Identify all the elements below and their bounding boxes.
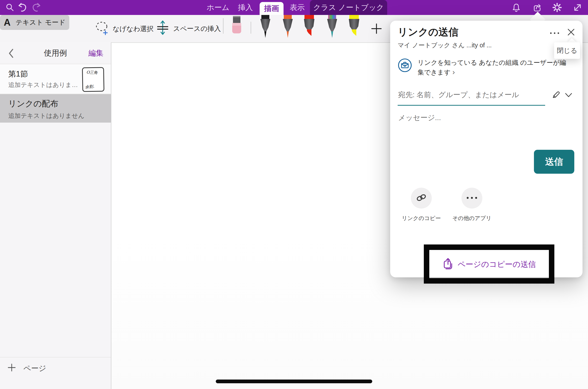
add-page-section: ページ <box>0 357 111 357</box>
plus-icon <box>7 363 16 374</box>
chevron-right-icon: › <box>452 68 455 76</box>
share-icon[interactable] <box>532 2 542 12</box>
lasso-select-button[interactable]: なげなわ選択 <box>95 20 154 37</box>
yellow-highlighter-tool[interactable] <box>347 15 361 40</box>
close-icon[interactable] <box>565 26 577 38</box>
expand-icon[interactable] <box>573 2 583 12</box>
tab-insert[interactable]: 挿入 <box>237 0 254 15</box>
more-apps-button[interactable] <box>461 188 482 209</box>
text-mode-label: テキスト モード <box>16 18 66 27</box>
add-page-button[interactable]: ページ <box>7 363 46 374</box>
permission-text: リンクを知っている あなたの組織 のユーザーが編集できます <box>418 59 566 76</box>
orange-pen-tool[interactable] <box>281 15 295 40</box>
gear-icon[interactable] <box>552 2 562 12</box>
more-options-button[interactable] <box>547 28 562 38</box>
link-icon <box>415 192 427 204</box>
to-recipients-input[interactable] <box>398 90 538 99</box>
message-input[interactable] <box>398 113 548 122</box>
insert-space-icon <box>156 20 170 37</box>
insert-space-label: スペースの挿入 <box>173 24 221 33</box>
copy-link-label: リンクのコピー <box>399 215 444 222</box>
add-page-label: ページ <box>23 363 46 374</box>
page-item-title: 第1節 <box>8 69 28 79</box>
more-apps-label: その他のアプリ <box>449 215 494 222</box>
chevron-down-icon[interactable] <box>565 92 573 99</box>
toolbar-divider <box>223 18 223 34</box>
permission-row[interactable]: リンクを知っている あなたの組織 のユーザーが編集できます › <box>398 58 572 77</box>
insert-space-button[interactable]: スペースの挿入 <box>156 20 221 37</box>
edit-button[interactable]: 編集 <box>88 42 103 64</box>
tab-draw[interactable]: 描画 <box>260 2 284 15</box>
page-item-link-distribution[interactable]: リンクの配布 追加テキストはありません <box>0 94 111 123</box>
copy-link-button[interactable] <box>411 188 432 209</box>
send-page-copy-button[interactable]: ページのコピーの送信 <box>429 255 549 274</box>
thumbnail-handwriting: 余割. <box>85 84 95 90</box>
home-indicator[interactable] <box>216 380 372 383</box>
send-button[interactable]: 送信 <box>534 150 574 174</box>
text-mode-a-glyph: A <box>4 17 10 28</box>
tab-view[interactable]: 表示 <box>289 0 306 15</box>
send-page-copy-label: ページのコピーの送信 <box>458 259 536 270</box>
pencil-icon[interactable] <box>551 89 561 100</box>
sidebar-header: 使用例 編集 <box>0 42 111 64</box>
page-item-subtitle: 追加テキストはありま… <box>8 81 78 89</box>
to-field-underline <box>398 105 545 106</box>
share-page-icon <box>442 257 454 271</box>
black-pen-tool[interactable] <box>258 15 273 40</box>
page-item-subtitle: 追加テキストはありません <box>8 112 84 120</box>
page-thumbnail: O三角 余割. <box>82 67 104 92</box>
eraser-tool[interactable] <box>231 16 242 35</box>
page-list-sidebar: 使用例 編集 第1節 追加テキストはありま… O三角 余割. リンクの配布 追加… <box>0 42 111 389</box>
dialog-subtitle: マイ ノートブック さん ...ity of ... <box>398 41 492 49</box>
tab-home[interactable]: ホーム <box>204 0 232 15</box>
search-icon[interactable] <box>5 2 15 12</box>
text-mode-button[interactable]: A テキスト モード <box>0 15 69 30</box>
redo-icon[interactable] <box>31 2 41 12</box>
add-pen-button[interactable] <box>371 23 382 35</box>
tab-class-notebook[interactable]: クラス ノートブック <box>310 0 387 15</box>
lasso-icon <box>95 20 109 37</box>
thumbnail-handwriting: O三角 <box>86 70 98 76</box>
send-link-dialog: リンクの送信 マイ ノートブック さん ...ity of ... リンクを知っ… <box>390 21 583 277</box>
undo-icon[interactable] <box>17 2 27 12</box>
app-top-bar: ホーム 挿入 描画 表示 クラス ノートブック <box>0 0 588 15</box>
galaxy-pen-tool[interactable] <box>325 15 339 40</box>
close-tooltip: 閉じる <box>554 42 580 59</box>
bell-icon[interactable] <box>511 2 521 12</box>
page-item-title: リンクの配布 <box>8 98 58 109</box>
onenote-app: ホーム 挿入 描画 表示 クラス ノートブック A テキスト モード なげなわ選… <box>0 0 588 389</box>
page-item-section1[interactable]: 第1節 追加テキストはありま… O三角 余割. <box>0 64 111 94</box>
lasso-label: なげなわ選択 <box>113 24 154 33</box>
briefcase-icon <box>398 58 412 74</box>
ellipsis-icon <box>466 196 478 200</box>
red-highlighter-tool[interactable] <box>302 15 316 40</box>
dialog-title: リンクの送信 <box>398 25 458 39</box>
toolbar-divider <box>251 22 251 34</box>
